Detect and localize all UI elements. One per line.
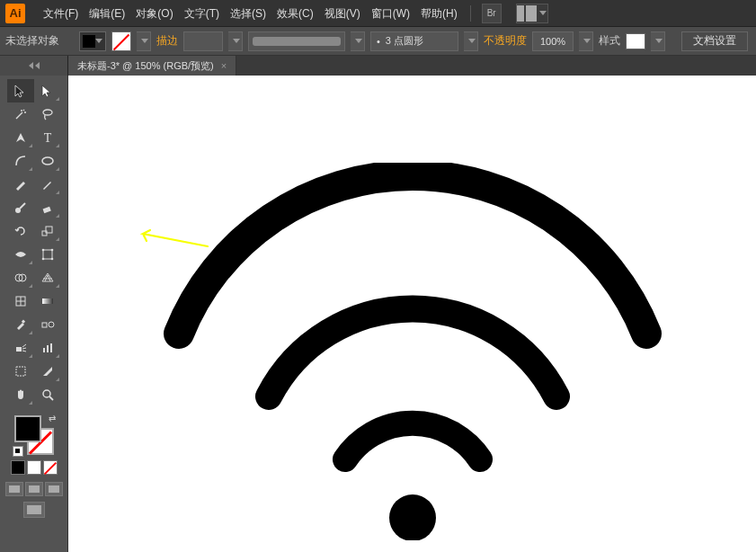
stroke-none-swatch[interactable] (111, 31, 131, 51)
svg-rect-16 (21, 320, 24, 324)
opacity-dropdown[interactable] (579, 31, 593, 51)
artboard-tool[interactable] (7, 360, 34, 383)
menu-file[interactable]: 文件(F) (38, 0, 84, 27)
hand-tool[interactable] (7, 383, 34, 406)
direct-selection-tool[interactable] (34, 79, 61, 102)
slice-tool[interactable] (34, 360, 61, 383)
draw-behind-icon[interactable] (25, 482, 43, 496)
rotate-tool[interactable] (7, 219, 34, 243)
selection-status: 未选择对象 (5, 33, 59, 49)
pencil-tool[interactable] (34, 173, 61, 196)
stroke-profile-icon (253, 37, 341, 46)
line-tool[interactable] (7, 149, 34, 173)
color-mode-none[interactable] (43, 460, 58, 475)
document-setup-button[interactable]: 文档设置 (681, 31, 748, 51)
stroke-swatch-dropdown[interactable] (137, 31, 151, 51)
graphic-style-dropdown[interactable] (651, 31, 665, 51)
mesh-tool[interactable] (7, 289, 34, 313)
scale-tool[interactable] (34, 219, 61, 243)
svg-rect-19 (16, 347, 22, 352)
control-bar: 未选择对象 描边 • 3 点圆形 不透明度 样式 文档设置 (0, 27, 756, 56)
type-tool[interactable]: T (34, 126, 61, 149)
draw-inside-icon[interactable] (45, 482, 63, 496)
chevron-down-icon (468, 39, 476, 43)
graphic-style-swatch[interactable] (626, 33, 645, 49)
swap-fill-stroke-icon[interactable]: ⇄ (49, 414, 56, 423)
menu-select[interactable]: 选择(S) (225, 0, 271, 27)
divider (470, 5, 471, 22)
chevron-down-icon (583, 39, 591, 43)
fill-stroke-control[interactable]: ⇄ (14, 415, 54, 455)
chevron-left-icon (35, 62, 40, 69)
menu-window[interactable]: 窗口(W) (366, 0, 415, 27)
bridge-button[interactable]: Br (482, 4, 502, 23)
menu-view[interactable]: 视图(V) (319, 0, 366, 27)
variable-width-profile[interactable] (248, 31, 345, 51)
workspace-layout-button[interactable] (516, 4, 548, 23)
gradient-tool[interactable] (34, 289, 61, 313)
color-mode-color[interactable] (11, 460, 25, 475)
width-tool[interactable] (7, 243, 34, 266)
selection-tool[interactable] (7, 79, 34, 102)
stroke-label[interactable]: 描边 (156, 33, 178, 49)
brush-definition[interactable]: • 3 点圆形 (370, 31, 458, 51)
chevron-down-icon (655, 39, 663, 43)
magic-wand-tool[interactable] (7, 102, 34, 126)
svg-text:T: T (43, 131, 51, 145)
main-area: T (0, 76, 756, 552)
opacity-label[interactable]: 不透明度 (484, 33, 527, 49)
color-mode-row (0, 460, 67, 475)
svg-point-25 (389, 494, 436, 540)
chevron-down-icon (233, 39, 240, 43)
wifi-artwork (134, 163, 691, 540)
svg-point-8 (41, 249, 44, 252)
document-tab[interactable]: 未标题-3* @ 150% (RGB/预览) × (68, 56, 236, 76)
free-transform-tool[interactable] (34, 243, 61, 266)
svg-rect-22 (50, 343, 52, 352)
menu-type[interactable]: 文字(T) (179, 0, 225, 27)
shape-builder-tool[interactable] (7, 266, 34, 289)
screen-mode-row (0, 482, 67, 496)
opacity-field[interactable] (532, 31, 574, 51)
svg-point-0 (43, 110, 52, 115)
stroke-weight-input[interactable] (184, 36, 222, 47)
eyedropper-tool[interactable] (7, 313, 34, 336)
svg-rect-23 (16, 367, 25, 376)
symbol-sprayer-tool[interactable] (7, 336, 34, 360)
paintbrush-tool[interactable] (7, 173, 34, 196)
bridge-label: Br (487, 8, 496, 18)
opacity-input[interactable] (533, 36, 573, 47)
blend-tool[interactable] (34, 313, 61, 336)
menu-help[interactable]: 帮助(H) (415, 0, 463, 27)
perspective-grid-tool[interactable] (34, 266, 61, 289)
draw-normal-icon[interactable] (5, 482, 23, 496)
brush-dropdown[interactable] (464, 31, 478, 51)
svg-point-2 (42, 157, 53, 165)
blob-brush-tool[interactable] (7, 196, 34, 219)
eraser-tool[interactable] (34, 196, 61, 219)
pen-tool[interactable] (7, 126, 34, 149)
color-mode-gradient[interactable] (27, 460, 41, 475)
fill-swatch[interactable] (79, 31, 106, 51)
menu-effect[interactable]: 效果(C) (271, 0, 319, 27)
column-graph-tool[interactable] (34, 336, 61, 360)
svg-rect-15 (42, 298, 53, 304)
menu-edit[interactable]: 编辑(E) (84, 0, 130, 27)
menu-object[interactable]: 对象(O) (130, 0, 178, 27)
svg-point-11 (50, 258, 53, 261)
menubar: Ai 文件(F) 编辑(E) 对象(O) 文字(T) 选择(S) 效果(C) 视… (0, 0, 756, 27)
zoom-tool[interactable] (34, 383, 61, 406)
screen-mode-button[interactable] (23, 502, 45, 518)
brush-bullet: • (377, 36, 380, 47)
close-icon[interactable]: × (221, 60, 227, 71)
svg-point-10 (41, 258, 44, 261)
default-fill-stroke-icon[interactable] (13, 446, 23, 457)
canvas[interactable] (68, 76, 756, 552)
tools-panel-collapse[interactable] (0, 56, 68, 76)
lasso-tool[interactable] (34, 102, 61, 126)
stroke-weight-dropdown[interactable] (228, 31, 243, 51)
fill-swatch-large[interactable] (14, 415, 41, 442)
ellipse-tool[interactable] (34, 149, 61, 173)
variable-width-dropdown[interactable] (351, 31, 365, 51)
stroke-weight-field[interactable] (183, 31, 223, 51)
